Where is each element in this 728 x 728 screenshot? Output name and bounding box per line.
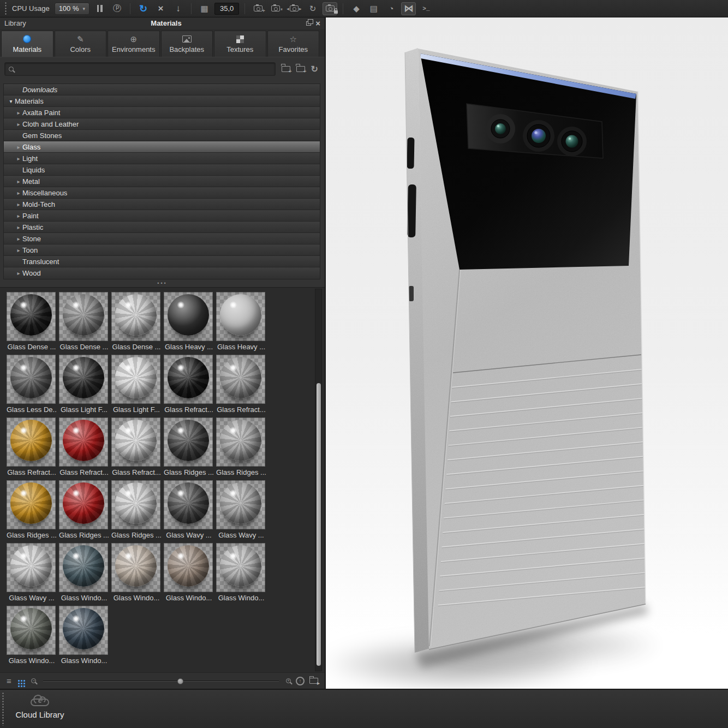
material-graph-button[interactable]: ⋈ (401, 2, 416, 15)
performance-mode-button[interactable]: Ⓟ (110, 2, 124, 15)
material-thumbnail[interactable]: Glass Windo... (7, 606, 57, 665)
undock-icon[interactable] (306, 21, 311, 26)
material-preview (164, 417, 213, 467)
tab-colors[interactable]: ✎ Colors (55, 31, 107, 57)
bottombar-drag-handle[interactable] (2, 692, 4, 726)
tree-item-label: Metal (22, 177, 40, 186)
slider-handle[interactable] (177, 678, 183, 684)
material-thumbnail[interactable]: Glass Wavy ... (164, 480, 214, 539)
grid-scrollbar[interactable] (315, 289, 322, 671)
material-thumbnail[interactable]: Glass Ridges ... (111, 480, 162, 539)
material-thumbnail[interactable]: Glass Wavy ... (216, 480, 266, 539)
grid-view-icon[interactable] (18, 680, 20, 682)
open-folder-icon[interactable]: ▸ (309, 678, 318, 684)
tree-item-toon[interactable]: ▸ Toon (4, 244, 320, 256)
material-thumbnail[interactable]: Glass Refract... (164, 355, 214, 414)
tree-item-downloads[interactable]: Downloads (4, 84, 320, 96)
material-thumbnail[interactable]: Glass Dense ... (111, 292, 162, 351)
tree-item-paint[interactable]: ▸ Paint (4, 210, 320, 222)
material-thumbnail[interactable]: Glass Heavy ... (164, 292, 214, 351)
tree-item-materials[interactable]: ▾ Materials (4, 96, 320, 107)
tree-item-liquids[interactable]: Liquids (4, 164, 320, 176)
material-thumbnail[interactable]: Glass Dense ... (7, 292, 57, 351)
material-thumbnail[interactable]: Glass Ridges ... (164, 417, 214, 476)
zoom-out-icon[interactable]: − (31, 678, 36, 683)
tree-item-metal[interactable]: ▸ Metal (4, 176, 320, 187)
list-view-icon[interactable]: ≡ (7, 676, 11, 685)
scripting-console-button[interactable]: >_ (419, 2, 433, 15)
material-thumbnail[interactable]: Glass Refract... (216, 355, 266, 414)
tab-textures[interactable]: Textures (214, 31, 266, 57)
tree-item-cloth-and-leather[interactable]: ▸ Cloth and Leather (4, 118, 320, 130)
material-thumbnail[interactable]: Glass Windo... (164, 543, 214, 602)
tree-item-stone[interactable]: ▸ Stone (4, 233, 320, 244)
tree-item-light[interactable]: ▸ Light (4, 153, 320, 164)
scrollbar-thumb[interactable] (317, 383, 321, 666)
material-thumbnail[interactable]: Glass Refract... (7, 417, 57, 476)
tab-favorites[interactable]: ☆ Favorites (267, 31, 320, 57)
zoom-in-icon[interactable]: + (286, 678, 291, 683)
material-thumbnail[interactable]: Glass Heavy ... (216, 292, 266, 351)
material-thumbnail[interactable]: Glass Less De... (7, 355, 57, 414)
fit-view-button[interactable]: × (153, 2, 168, 15)
material-preview (7, 355, 56, 404)
material-preview (216, 480, 265, 529)
main-toolbar: CPU Usage 100 % ▾ Ⓟ ↻ × ↓ ▦ 35,0 + * ◂ ▸… (0, 0, 728, 17)
material-thumbnail[interactable]: Glass Refract... (111, 417, 162, 476)
lock-camera-button[interactable] (323, 2, 337, 15)
upload-icon[interactable]: ↑ (296, 677, 305, 685)
thumbnail-size-slider[interactable] (43, 677, 279, 685)
render-region-button[interactable]: ▦ (197, 2, 212, 15)
reset-camera-button[interactable]: ↻ (305, 2, 320, 15)
toolbar-drag-handle[interactable] (4, 2, 7, 16)
material-thumbnail[interactable]: Glass Light F... (111, 355, 162, 414)
import-folder-icon[interactable]: + (296, 66, 305, 72)
tree-item-wood[interactable]: ▸ Wood (4, 267, 320, 279)
close-icon[interactable]: × (315, 20, 320, 27)
material-thumbnail[interactable]: Glass Dense ... (59, 292, 109, 351)
material-thumbnail[interactable]: Glass Ridges ... (216, 417, 266, 476)
tree-item-mold-tech[interactable]: ▸ Mold-Tech (4, 199, 320, 210)
update-geometry-button[interactable]: ↻ (136, 2, 151, 15)
tree-item-label: Glass (22, 143, 40, 151)
tree-item-gem-stones[interactable]: Gem Stones (4, 130, 320, 141)
material-thumbnail[interactable]: Glass Windo... (59, 543, 109, 602)
performance-gauge-button[interactable]: ◔ (384, 2, 398, 15)
material-thumbnail[interactable]: Glass Refract... (59, 417, 109, 476)
cycle-camera-button[interactable]: ◂ ▸ (285, 2, 302, 15)
cpu-usage-dropdown[interactable]: 100 % ▾ (55, 3, 89, 15)
toolbar-separator (244, 3, 245, 14)
cpu-usage-value: 100 % (59, 4, 79, 13)
tree-item-glass[interactable]: ▸ Glass (4, 141, 320, 153)
material-library-button[interactable]: ◆ (349, 2, 363, 15)
camera-settings-button[interactable]: * (268, 2, 283, 15)
tree-item-translucent[interactable]: Translucent (4, 256, 320, 267)
material-thumbnail[interactable]: Glass Windo... (59, 606, 109, 665)
tab-environments[interactable]: ⊕ Environments (108, 31, 160, 57)
material-thumbnail[interactable]: Glass Wavy ... (7, 543, 57, 602)
cloud-library-button[interactable]: Cloud Library (10, 699, 70, 719)
search-input[interactable] (17, 64, 271, 74)
add-camera-button[interactable]: + (250, 2, 265, 15)
import-button[interactable]: ↓ (171, 2, 186, 15)
project-panel-button[interactable]: ▤ (366, 2, 381, 15)
tab-materials[interactable]: Materials (1, 31, 53, 57)
tree-item-axalta-paint[interactable]: ▸ Axalta Paint (4, 107, 320, 118)
material-thumbnail[interactable]: Glass Ridges ... (7, 480, 57, 539)
tree-item-miscellaneous[interactable]: ▸ Miscellaneous (4, 187, 320, 199)
material-thumbnail[interactable]: Glass Windo... (216, 543, 266, 602)
tab-backplates[interactable]: Backplates (161, 31, 213, 57)
material-thumbnail[interactable]: Glass Light F... (59, 355, 109, 414)
search-box[interactable] (4, 62, 276, 76)
panel-splitter[interactable]: ••• (0, 279, 325, 287)
add-folder-icon[interactable]: + (282, 66, 290, 72)
tree-item-label: Light (22, 154, 38, 163)
render-viewport[interactable] (326, 17, 728, 689)
tree-item-plastic[interactable]: ▸ Plastic (4, 222, 320, 233)
material-thumbnail[interactable]: Glass Windo... (111, 543, 162, 602)
pause-button[interactable] (92, 2, 107, 15)
material-thumbnail[interactable]: Glass Ridges ... (59, 480, 109, 539)
refresh-library-icon[interactable]: ↻ (311, 64, 318, 74)
focal-length-field[interactable]: 35,0 (214, 3, 239, 15)
viewport-canvas[interactable] (326, 17, 728, 689)
